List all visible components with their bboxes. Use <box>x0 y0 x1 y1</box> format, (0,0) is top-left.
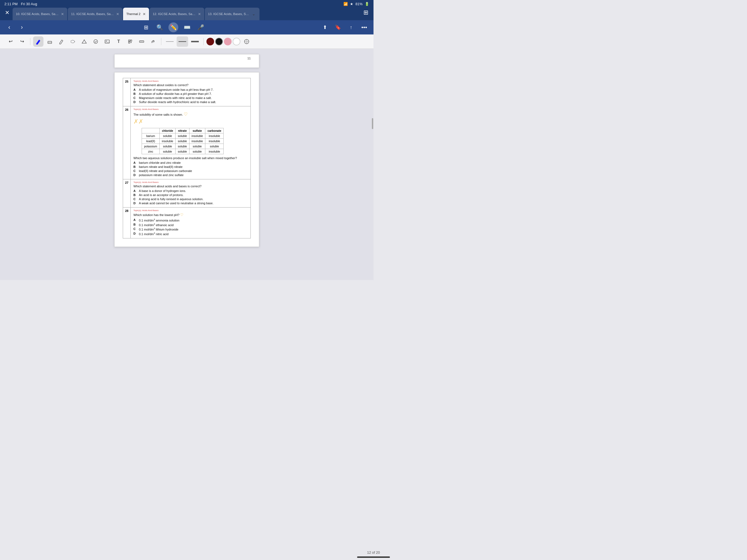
svg-point-2 <box>71 40 75 43</box>
color-white[interactable] <box>233 38 240 45</box>
tab-2-close[interactable]: ✕ <box>116 12 119 16</box>
zinc-chloride: soluble <box>159 149 175 154</box>
potassium-chloride: soluble <box>159 144 175 149</box>
barium-chloride: soluble <box>159 133 175 138</box>
svg-rect-0 <box>36 44 37 44</box>
pen-tool-button[interactable]: ✏️ <box>169 22 178 32</box>
q28-d-text: 0.1 mol/dm3 nitric acid <box>139 232 169 236</box>
tab-5[interactable]: 13. IGCSE Acids, Bases, Salts... ⌄ <box>205 8 259 20</box>
q28-option-a: A 0.1 mol/dm3 ammonia solution <box>133 218 248 222</box>
upload-button[interactable]: ⬆ <box>320 22 330 32</box>
q28-b-text: 0.1 mol/dm3 ethanoic acid <box>139 223 174 227</box>
page-number-11: 11 <box>123 57 251 60</box>
lead-carbonate: insoluble <box>205 138 224 144</box>
q26-d-letter: D <box>133 173 137 177</box>
q28-text: Which solution has the lowest pH? ♡ <box>133 213 248 217</box>
thick-line-button[interactable] <box>189 36 201 47</box>
main-toolbar: ‹ › ⊞ 🔍 ✏️ ⌨️ 🎤 ⬆ 🔖 ↑ ••• <box>0 20 374 34</box>
new-tab-button[interactable]: ✕ <box>2 8 12 18</box>
add-tab-button[interactable]: ⊞ <box>360 8 371 18</box>
more-button[interactable]: ••• <box>359 22 369 32</box>
color-pink[interactable] <box>224 38 232 45</box>
row-zinc: zinc <box>142 149 160 154</box>
medium-line-button[interactable] <box>177 36 188 47</box>
q28-topic: Topic(s): Acids And Bases <box>133 209 248 212</box>
color-black[interactable] <box>215 38 223 45</box>
color-dark-red[interactable] <box>206 38 214 45</box>
q26-q2text: Which two aqueous solutions produce an i… <box>133 156 248 160</box>
tab-1[interactable]: 10. IGCSE Acids, Bases, Salts H... ✕ <box>12 8 67 20</box>
scrollbar-thumb[interactable] <box>372 118 373 129</box>
question-27: 27 Topic(s): Acids And Bases Which state… <box>123 179 251 207</box>
back-button[interactable]: ‹ <box>4 22 14 32</box>
scan-button[interactable] <box>125 36 135 47</box>
tab-bar: ✕ 10. IGCSE Acids, Bases, Salts H... ✕ 1… <box>0 8 374 20</box>
tab-4-close[interactable]: ✕ <box>198 12 201 16</box>
barium-nitrate: soluble <box>176 133 189 138</box>
tab-1-close[interactable]: ✕ <box>61 12 64 16</box>
keyboard-button[interactable]: ⌨️ <box>182 22 192 32</box>
svg-point-19 <box>246 41 248 42</box>
link-button[interactable] <box>148 36 158 47</box>
shape-select-button[interactable] <box>79 36 89 47</box>
q27-d-letter: D <box>133 202 137 205</box>
bookmark-button[interactable]: 🔖 <box>333 22 343 32</box>
grid-view-button[interactable]: ⊞ <box>141 22 151 32</box>
image-button[interactable] <box>102 36 112 47</box>
tab-3-label: Thermal 2 <box>126 12 140 16</box>
annotation-marks: ✗✗ <box>133 118 143 125</box>
question-25: 25 Topic(s): Acids And Bases Which state… <box>123 78 251 106</box>
battery-icon: 🔋 <box>365 2 369 6</box>
microphone-button[interactable]: 🎤 <box>196 22 206 32</box>
lasso-button[interactable] <box>68 36 78 47</box>
q25-option-a: A A solution of magnesium oxide has a pH… <box>133 88 248 91</box>
q27-option-a: A A base is a donor of hydrogen ions. <box>133 189 248 193</box>
highlighter-button[interactable] <box>56 36 67 47</box>
tab-3-close[interactable]: ✕ <box>143 12 146 16</box>
thin-line-button[interactable] <box>164 36 176 47</box>
q27-a-text: A base is a donor of hydrogen ions. <box>139 189 186 193</box>
forward-button[interactable]: › <box>17 22 27 32</box>
q27-topic: Topic(s): Acids And Bases <box>133 181 248 183</box>
q26-option-d: D potassium nitrate and zinc sulfate <box>133 173 248 177</box>
q28-option-d: D 0.1 mol/dm3 nitric acid <box>133 232 248 236</box>
barium-sulfate: insoluble <box>189 133 205 138</box>
q26-b-text: barium nitrate and lead(II) nitrate <box>139 165 183 169</box>
undo-button[interactable]: ↩ <box>5 36 16 47</box>
q27-text: Which statement about acids and bases is… <box>133 184 248 188</box>
tab-4[interactable]: 12. IGCSE Acids, Bases, Salts H... ✕ <box>150 8 204 20</box>
pen-button[interactable] <box>33 36 44 47</box>
q28-number: 28 <box>123 207 131 238</box>
q25-c-letter: C <box>133 96 137 100</box>
q26-option-c: C lead(II) nitrate and potassium carbona… <box>133 169 248 173</box>
battery: 81% <box>356 2 363 6</box>
ruler-button[interactable] <box>136 36 147 47</box>
status-bar: 2:11 PM Fri 30 Aug 📶 ★ 81% 🔋 <box>0 0 374 8</box>
smart-annotation-button[interactable] <box>91 36 101 47</box>
text-button[interactable]: T <box>113 36 124 47</box>
share-button[interactable]: ↑ <box>346 22 356 32</box>
date: Fri 30 Aug <box>21 2 37 6</box>
redo-button[interactable]: ↪ <box>17 36 27 47</box>
tab-5-expand[interactable]: ⌄ <box>251 11 256 17</box>
search-button[interactable]: 🔍 <box>155 22 164 32</box>
scrollbar-track <box>371 49 374 280</box>
q27-option-c: C A strong acid is fully ionised in aque… <box>133 198 248 201</box>
svg-point-18 <box>244 40 249 44</box>
question-28: 28 Topic(s): Acids And Bases Which solut… <box>123 207 251 238</box>
q27-c-letter: C <box>133 198 137 201</box>
q25-number: 25 <box>123 78 131 106</box>
q25-d-text: Sulfur dioxide reacts with hydrochloric … <box>139 100 216 104</box>
tab-3[interactable]: Thermal 2 ✕ <box>123 8 149 20</box>
col-header-empty <box>142 128 160 133</box>
svg-rect-10 <box>131 42 131 43</box>
svg-point-4 <box>94 40 98 44</box>
tab-2[interactable]: 11. IGCSE Acids, Bases, Salts Ho... ✕ <box>68 8 123 20</box>
q26-number: 26 <box>123 106 131 179</box>
q27-a-letter: A <box>133 189 137 193</box>
q25-option-b: B A solution of sulfur dioxide has a pH … <box>133 92 248 96</box>
q26-topic: Topic(s): Acids And Bases <box>133 108 248 110</box>
q28-a-text: 0.1 mol/dm3 ammonia solution <box>139 218 179 222</box>
more-colors-button[interactable] <box>241 36 252 47</box>
eraser-button[interactable] <box>45 36 55 47</box>
